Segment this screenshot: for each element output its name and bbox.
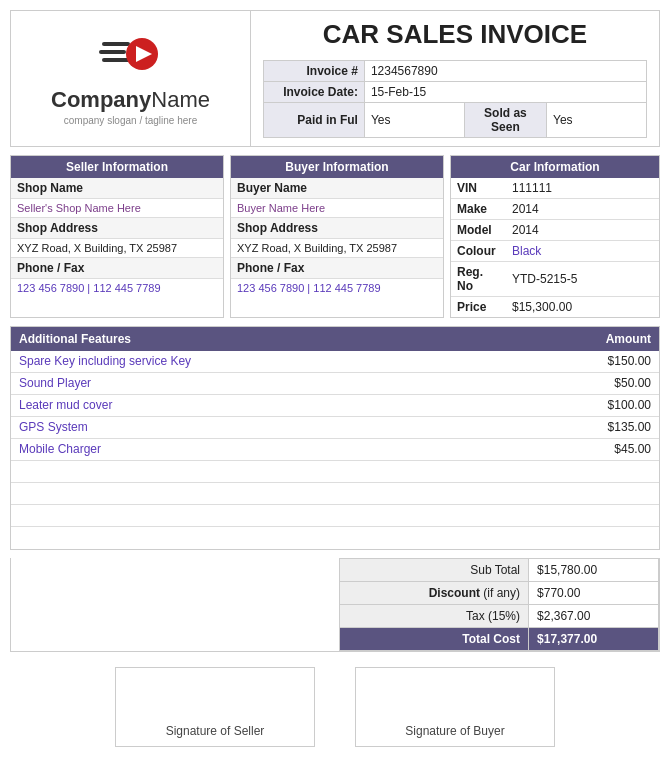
sold-as-seen-label: Sold as Seen <box>464 103 546 138</box>
paid-in-full-label: Paid in Ful <box>264 103 365 138</box>
model-label: Model <box>451 220 506 241</box>
feature-name-0: Spare Key including service Key <box>19 354 531 369</box>
totals-table: Sub Total $15,780.00 Discount (if any) $… <box>339 558 659 651</box>
buyer-name-value: Buyer Name Here <box>231 199 443 218</box>
seller-signature-box: Signature of Seller <box>115 667 315 747</box>
feature-name-8 <box>19 530 531 546</box>
vin-value: 111111 <box>506 178 659 199</box>
feature-row-3: GPS System $135.00 <box>11 417 659 439</box>
seller-info-box: Seller Information Shop Name Seller's Sh… <box>10 155 224 318</box>
total-label: Total Cost <box>340 628 529 651</box>
buyer-name-label: Buyer Name <box>231 178 443 199</box>
seller-phone-label: Phone / Fax <box>11 258 223 279</box>
invoice-header: CompanyName company slogan / tagline her… <box>10 10 660 147</box>
feature-name-3: GPS System <box>19 420 531 435</box>
feature-amount-4: $45.00 <box>531 442 651 457</box>
feature-amount-7 <box>531 508 651 523</box>
feature-row-7 <box>11 505 659 527</box>
regno-value: YTD-5215-5 <box>506 262 659 297</box>
invoice-title-section: CAR SALES INVOICE Invoice # 1234567890 I… <box>251 11 659 146</box>
feature-row-0: Spare Key including service Key $150.00 <box>11 351 659 373</box>
invoice-fields: Invoice # 1234567890 Invoice Date: 15-Fe… <box>263 60 647 138</box>
tax-value: $2,367.00 <box>529 605 659 628</box>
invoice-date-value: 15-Feb-15 <box>364 82 646 103</box>
feature-name-4: Mobile Charger <box>19 442 531 457</box>
feature-row-1: Sound Player $50.00 <box>11 373 659 395</box>
discount-label: Discount (if any) <box>340 582 529 605</box>
feature-row-6 <box>11 483 659 505</box>
signatures-section: Signature of Seller Signature of Buyer <box>10 667 660 747</box>
car-info-table: VIN 111111 Make 2014 Model 2014 Colour B… <box>451 178 659 317</box>
vin-label: VIN <box>451 178 506 199</box>
price-label: Price <box>451 297 506 318</box>
invoice-number-value: 1234567890 <box>364 61 646 82</box>
make-label: Make <box>451 199 506 220</box>
seller-name-value: Seller's Shop Name Here <box>11 199 223 218</box>
seller-name-label: Shop Name <box>11 178 223 199</box>
feature-name-5 <box>19 464 531 479</box>
feature-row-5 <box>11 461 659 483</box>
invoice-number-label: Invoice # <box>264 61 365 82</box>
feature-amount-0: $150.00 <box>531 354 651 369</box>
feature-amount-6 <box>531 486 651 501</box>
discount-value: $770.00 <box>529 582 659 605</box>
regno-label: Reg. No <box>451 262 506 297</box>
tax-label: Tax (15%) <box>340 605 529 628</box>
company-name: CompanyName <box>51 87 210 113</box>
subtotal-label: Sub Total <box>340 559 529 582</box>
features-header: Additional Features Amount <box>11 327 659 351</box>
seller-signature-label: Signature of Seller <box>166 724 265 738</box>
colour-label: Colour <box>451 241 506 262</box>
make-value: 2014 <box>506 199 659 220</box>
feature-name-6 <box>19 486 531 501</box>
invoice-title: CAR SALES INVOICE <box>263 19 647 50</box>
info-section: Seller Information Shop Name Seller's Sh… <box>10 155 660 318</box>
feature-row-8 <box>11 527 659 549</box>
price-value: $15,300.00 <box>506 297 659 318</box>
car-info-box: Car Information VIN 111111 Make 2014 Mod… <box>450 155 660 318</box>
buyer-phone-label: Phone / Fax <box>231 258 443 279</box>
feature-amount-5 <box>531 464 651 479</box>
feature-amount-2: $100.00 <box>531 398 651 413</box>
model-value: 2014 <box>506 220 659 241</box>
buyer-signature-box: Signature of Buyer <box>355 667 555 747</box>
feature-name-1: Sound Player <box>19 376 531 391</box>
car-info-header: Car Information <box>451 156 659 178</box>
company-logo <box>96 32 166 87</box>
seller-info-body: Shop Name Seller's Shop Name Here Shop A… <box>11 178 223 297</box>
subtotal-value: $15,780.00 <box>529 559 659 582</box>
feature-row-2: Leater mud cover $100.00 <box>11 395 659 417</box>
feature-name-7 <box>19 508 531 523</box>
seller-phone-value: 123 456 7890 | 112 445 7789 <box>11 279 223 297</box>
buyer-address-value: XYZ Road, X Building, TX 25987 <box>231 239 443 258</box>
features-amount-header: Amount <box>531 332 651 346</box>
totals-section: Sub Total $15,780.00 Discount (if any) $… <box>10 558 660 652</box>
invoice-date-label: Invoice Date: <box>264 82 365 103</box>
features-section: Additional Features Amount Spare Key inc… <box>10 326 660 550</box>
logo-section: CompanyName company slogan / tagline her… <box>11 11 251 146</box>
feature-row-4: Mobile Charger $45.00 <box>11 439 659 461</box>
seller-address-label: Shop Address <box>11 218 223 239</box>
features-rows: Spare Key including service Key $150.00 … <box>11 351 659 549</box>
buyer-signature-label: Signature of Buyer <box>405 724 504 738</box>
colour-value: Black <box>506 241 659 262</box>
features-name-header: Additional Features <box>19 332 531 346</box>
buyer-info-header: Buyer Information <box>231 156 443 178</box>
seller-address-value: XYZ Road, X Building, TX 25987 <box>11 239 223 258</box>
car-info-body: VIN 111111 Make 2014 Model 2014 Colour B… <box>451 178 659 317</box>
total-value: $17,377.00 <box>529 628 659 651</box>
feature-amount-8 <box>531 530 651 546</box>
feature-name-2: Leater mud cover <box>19 398 531 413</box>
sold-as-seen-value: Yes <box>547 103 647 138</box>
buyer-address-label: Shop Address <box>231 218 443 239</box>
buyer-info-body: Buyer Name Buyer Name Here Shop Address … <box>231 178 443 297</box>
paid-in-full-value: Yes <box>364 103 464 138</box>
feature-amount-1: $50.00 <box>531 376 651 391</box>
seller-info-header: Seller Information <box>11 156 223 178</box>
feature-amount-3: $135.00 <box>531 420 651 435</box>
company-tagline: company slogan / tagline here <box>64 115 197 126</box>
buyer-phone-value: 123 456 7890 | 112 445 7789 <box>231 279 443 297</box>
buyer-info-box: Buyer Information Buyer Name Buyer Name … <box>230 155 444 318</box>
